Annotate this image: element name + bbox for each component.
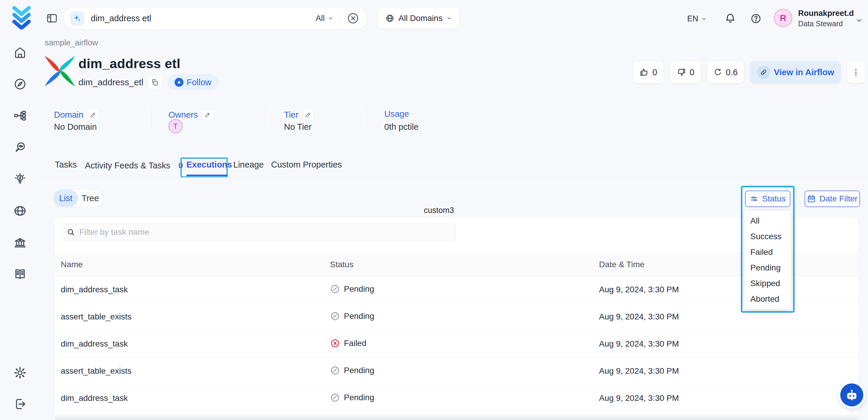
status-badge: Pending	[330, 393, 374, 402]
upvote-count: 0	[652, 67, 657, 77]
task-name[interactable]: assert_table_exists	[61, 312, 131, 322]
search-icon	[66, 228, 75, 237]
global-search-bar[interactable]: All	[63, 7, 367, 30]
airflow-service-icon	[43, 54, 77, 88]
view-in-airflow-label: View in Airflow	[774, 67, 834, 77]
tier-value: No Tier	[284, 122, 311, 132]
app-logo[interactable]	[9, 4, 34, 30]
notifications-bell-icon[interactable]	[724, 12, 736, 25]
insights-icon[interactable]	[13, 172, 27, 186]
pending-icon	[330, 393, 340, 402]
search-clear-icon[interactable]	[347, 12, 359, 25]
table-row[interactable]: assert_table_exists Pending Aug 9, 2024,…	[55, 357, 858, 385]
sidebar-toggle-icon[interactable]	[46, 12, 58, 25]
date-filter-button[interactable]: Date Filter	[805, 190, 860, 207]
edit-owners-icon[interactable]	[202, 109, 213, 120]
status-filter-menu: All Success Failed Pending Skipped Abort…	[744, 211, 791, 309]
language-label: EN	[687, 14, 699, 23]
downvote-button[interactable]: 0	[670, 61, 701, 83]
status-option-pending[interactable]: Pending	[744, 260, 791, 275]
observability-icon[interactable]	[13, 140, 27, 154]
status-option-all[interactable]: All	[744, 213, 791, 229]
status-option-failed[interactable]: Failed	[744, 244, 791, 260]
status-option-success[interactable]: Success	[744, 229, 791, 244]
tier-label: Tier	[284, 109, 314, 120]
task-name[interactable]: dim_address_task	[61, 285, 128, 294]
upvote-button[interactable]: 0	[633, 61, 663, 83]
domain-value: No Domain	[54, 122, 97, 132]
run-datetime: Aug 9, 2024, 3:30 PM	[599, 339, 679, 349]
table-row[interactable]: dim_address_task Pending Aug 9, 2024, 3:…	[55, 276, 858, 303]
domains-icon[interactable]	[13, 204, 27, 218]
copy-icon[interactable]	[148, 76, 162, 89]
language-selector[interactable]: EN	[687, 14, 707, 23]
table-header: Name Status Date & Time	[55, 252, 858, 276]
globe-icon	[385, 14, 394, 23]
usage-label: Usage	[384, 109, 409, 119]
chat-assistant-button[interactable]	[840, 384, 863, 407]
star-icon: ★	[175, 78, 183, 87]
entity-fqn: dim_address_etl	[79, 77, 143, 87]
tab-activity-feeds[interactable]: Activity Feeds & Tasks 0	[85, 160, 187, 171]
pending-icon	[330, 284, 340, 294]
status-option-aborted[interactable]: Aborted	[744, 291, 791, 307]
divider	[151, 107, 152, 131]
domain-label: Domain	[54, 109, 99, 120]
edit-domain-icon[interactable]	[88, 109, 99, 120]
search-input[interactable]	[91, 13, 316, 23]
thumbs-up-icon	[640, 67, 649, 77]
thumbs-down-icon	[677, 67, 686, 77]
pending-icon	[330, 311, 340, 321]
task-name[interactable]: assert_table_exists	[61, 366, 131, 376]
task-name[interactable]: dim_address_task	[61, 393, 128, 403]
home-icon[interactable]	[13, 46, 27, 60]
tree-view-button[interactable]: Tree	[78, 190, 102, 207]
govern-icon[interactable]	[13, 236, 27, 250]
edit-tier-icon[interactable]	[303, 109, 314, 120]
search-scope-dropdown[interactable]: All	[316, 13, 334, 23]
view-mode-toggle[interactable]: List Tree	[53, 189, 103, 207]
settings-icon[interactable]	[13, 366, 27, 380]
help-icon[interactable]	[750, 13, 762, 25]
run-datetime: Aug 9, 2024, 3:30 PM	[599, 312, 679, 322]
logout-icon[interactable]	[13, 397, 27, 411]
version-button[interactable]: 0.6	[707, 61, 744, 83]
task-name[interactable]: dim_address_task	[61, 339, 128, 349]
date-filter-label: Date Filter	[819, 194, 857, 204]
usage-value: 0th pctile	[384, 122, 418, 132]
table-row[interactable]: assert_table_exists Pending Aug 9, 2024,…	[55, 303, 858, 330]
status-filter-button[interactable]: Status	[745, 190, 790, 207]
run-datetime: Aug 9, 2024, 3:30 PM	[599, 285, 679, 294]
lineage-icon[interactable]	[13, 109, 27, 123]
active-tab-underline	[186, 175, 227, 176]
custom3-label: custom3	[424, 206, 454, 215]
divider	[40, 177, 868, 178]
user-name: Rounakpreet.d	[798, 9, 854, 18]
task-filter-input[interactable]	[79, 228, 451, 237]
user-menu-chevron-icon[interactable]	[855, 17, 863, 25]
user-avatar[interactable]: R	[774, 9, 792, 27]
tab-tasks[interactable]: Tasks	[55, 160, 77, 170]
table-row[interactable]: dim_address_task Failed Aug 9, 2024, 3:3…	[55, 330, 858, 357]
owner-avatar[interactable]: T	[168, 119, 183, 133]
follow-button[interactable]: ★ Follow	[167, 74, 219, 90]
status-option-skipped[interactable]: Skipped	[744, 275, 791, 291]
column-status: Status	[330, 260, 353, 269]
status-filter-label: Status	[762, 194, 785, 204]
table-row[interactable]: dim_address_task Pending Aug 9, 2024, 3:…	[55, 385, 858, 412]
explore-icon[interactable]	[13, 77, 27, 91]
view-in-airflow-button[interactable]: View in Airflow	[750, 61, 841, 83]
tab-executions[interactable]: Executions	[186, 160, 232, 170]
status-badge: Pending	[330, 365, 374, 376]
task-filter-field[interactable]	[61, 223, 456, 241]
all-domains-button[interactable]: All Domains	[378, 8, 459, 29]
breadcrumb[interactable]: sample_airflow	[45, 38, 98, 48]
tab-custom-properties[interactable]: Custom Properties	[271, 160, 342, 170]
all-domains-label: All Domains	[399, 13, 442, 23]
tab-lineage[interactable]: Lineage	[233, 160, 264, 170]
user-role: Data Steward	[798, 20, 843, 28]
list-view-button[interactable]: List	[53, 190, 78, 207]
more-actions-button[interactable]	[847, 61, 865, 83]
glossary-icon[interactable]	[13, 267, 27, 281]
owner-initial: T	[173, 122, 178, 131]
